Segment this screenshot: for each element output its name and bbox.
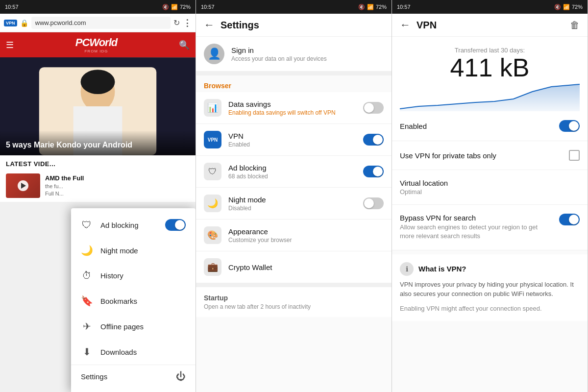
- battery-2: 72%: [376, 4, 387, 10]
- latest-video-title: LATEST VIDE...: [6, 160, 190, 168]
- vpn-virtual-location-row[interactable]: Virtual location Optimal: [392, 170, 588, 205]
- vpn-bypass-row[interactable]: Bypass VPN for search Allow search engin…: [392, 205, 588, 250]
- browser-panel: 10:57 🔇 📶 72% VPN 🔒 ↻ ⋮ ☰ PCWorld FROM I…: [0, 0, 196, 392]
- power-icon[interactable]: ⏻: [176, 371, 186, 382]
- ad-blocking-settings-item[interactable]: 🛡 Ad blocking 68 ads blocked: [196, 156, 392, 188]
- url-input[interactable]: [31, 17, 171, 29]
- status-icons-3: 🔇 📶 72%: [554, 4, 583, 10]
- night-mode-settings-item[interactable]: 🌙 Night mode Disabled: [196, 188, 392, 220]
- vpn-info-text-2: Enabling VPN might affect your connectio…: [400, 304, 580, 314]
- vpn-settings-text: VPN Enabled: [228, 132, 356, 148]
- downloads-icon: ⬇: [81, 346, 93, 358]
- menu-item-offline-pages[interactable]: ✈ Offline pages: [71, 314, 196, 339]
- appearance-subtitle: Customize your browser: [228, 237, 384, 244]
- section-divider-1: [196, 72, 392, 75]
- more-menu-button[interactable]: ⋮: [183, 18, 192, 28]
- ad-blocking-settings-subtitle: 68 ads blocked: [228, 173, 356, 180]
- vpn-chart: [400, 82, 580, 111]
- night-mode-settings-text: Night mode Disabled: [228, 196, 356, 212]
- data-savings-subtitle: Enabling data savings will switch off VP…: [228, 109, 356, 116]
- night-mode-settings-toggle[interactable]: [363, 197, 384, 209]
- ad-blocking-settings-thumb: [373, 167, 383, 176]
- settings-back-button[interactable]: ←: [204, 19, 215, 31]
- menu-item-history[interactable]: ⏱ History: [71, 263, 196, 288]
- vpn-info-title: What is VPN?: [418, 265, 466, 273]
- silent-icon-2: 🔇: [358, 4, 365, 10]
- night-mode-icon: 🌙: [81, 245, 93, 256]
- history-icon: ⏱: [81, 270, 93, 281]
- vpn-thumb: [373, 135, 383, 145]
- refresh-button[interactable]: ↻: [173, 18, 180, 27]
- sign-in-title: Sign in: [231, 46, 384, 54]
- ad-blocking-settings-toggle[interactable]: [363, 166, 384, 177]
- crypto-wallet-icon: 💼: [204, 258, 221, 276]
- video-title: AMD the Full: [45, 174, 84, 183]
- lock-icon: 🔒: [20, 19, 28, 27]
- data-savings-toggle[interactable]: [363, 102, 384, 114]
- vpn-bypass-toggle[interactable]: [559, 214, 580, 225]
- data-amount: 411 kB: [400, 54, 580, 82]
- vpn-back-button[interactable]: ←: [400, 19, 411, 31]
- menu-item-downloads[interactable]: ⬇ Downloads: [71, 339, 196, 365]
- downloads-label: Downloads: [100, 348, 186, 356]
- vpn-bypass-label: Bypass VPN for search: [400, 214, 553, 222]
- play-button[interactable]: [18, 180, 28, 191]
- vpn-toggle[interactable]: [363, 134, 384, 146]
- vpn-bypass-description: Allow search engines to detect your regi…: [400, 223, 553, 241]
- pcworld-name: PCWorld: [75, 36, 117, 49]
- silent-icon-3: 🔇: [554, 4, 561, 10]
- ad-blocking-settings-text: Ad blocking 68 ads blocked: [228, 164, 356, 180]
- transferred-label: Transferred last 30 days:: [400, 47, 580, 54]
- sign-in-item[interactable]: 👤 Sign in Access your data on all your d…: [196, 37, 392, 72]
- appearance-item[interactable]: 🎨 Appearance Customize your browser: [196, 220, 392, 251]
- data-savings-title: Data savings: [228, 100, 356, 108]
- private-tabs-checkbox[interactable]: [569, 150, 580, 161]
- data-savings-thumb: [364, 103, 374, 113]
- crypto-wallet-item[interactable]: 💼 Crypto Wallet: [196, 251, 392, 283]
- ad-blocking-icon: 🛡: [81, 220, 93, 231]
- data-savings-item[interactable]: 📊 Data savings Enabling data savings wil…: [196, 92, 392, 124]
- avatar: 👤: [204, 44, 224, 64]
- menu-item-night-mode[interactable]: 🌙 Night mode: [71, 238, 196, 263]
- video-desc-2: Full N...: [45, 190, 84, 197]
- sign-in-text: Sign in Access your data on all your dev…: [231, 46, 384, 62]
- vpn-enabled-row[interactable]: Enabled: [392, 111, 588, 141]
- battery-3: 72%: [572, 4, 583, 10]
- ad-blocking-toggle[interactable]: [165, 219, 186, 231]
- vpn-enabled-label: Enabled: [400, 122, 427, 130]
- bookmarks-icon: 🔖: [81, 295, 93, 307]
- video-subtitle: the fu...: [45, 183, 84, 190]
- time-3: 10:57: [397, 4, 411, 10]
- offline-pages-icon: ✈: [81, 320, 93, 332]
- settings-menu-label[interactable]: Settings: [81, 372, 107, 381]
- vpn-private-tabs-row[interactable]: Use VPN for private tabs only: [392, 141, 588, 170]
- battery-icon: 72%: [180, 4, 191, 10]
- menu-item-ad-blocking[interactable]: 🛡 Ad blocking: [71, 212, 196, 238]
- crypto-wallet-text: Crypto Wallet: [228, 263, 384, 271]
- vpn-item[interactable]: VPN VPN Enabled: [196, 124, 392, 156]
- status-bar-1: 10:57 🔇 📶 72%: [0, 0, 196, 14]
- vpn-bypass-thumb: [569, 215, 579, 224]
- night-mode-label: Night mode: [100, 246, 186, 255]
- article-title: 5 ways Marie Kondo your Android: [6, 140, 190, 150]
- status-bar-2: 10:57 🔇 📶 72%: [196, 0, 392, 14]
- silent-icon: 🔇: [162, 4, 169, 10]
- latest-video-section: LATEST VIDE...: [0, 155, 196, 170]
- info-icon: ℹ: [400, 262, 414, 276]
- vpn-panel: 10:57 🔇 📶 72% ← VPN 🗑 Transferred last 3…: [392, 0, 588, 392]
- video-info: AMD the Full the fu... Full N...: [45, 174, 84, 198]
- vpn-enabled-toggle[interactable]: [559, 120, 580, 132]
- time-2: 10:57: [201, 4, 215, 10]
- settings-content: 👤 Sign in Access your data on all your d…: [196, 37, 392, 392]
- menu-item-bookmarks[interactable]: 🔖 Bookmarks: [71, 288, 196, 314]
- vpn-badge[interactable]: VPN: [4, 20, 17, 26]
- vpn-chart-area: Transferred last 30 days: 411 kB: [392, 37, 588, 111]
- data-savings-text: Data savings Enabling data savings will …: [228, 100, 356, 116]
- hamburger-menu-icon[interactable]: ☰: [6, 40, 14, 50]
- search-icon[interactable]: 🔍: [179, 40, 190, 50]
- vpn-settings-subtitle: Enabled: [228, 141, 356, 148]
- ad-blocking-settings-icon: 🛡: [204, 163, 221, 180]
- video-thumbnail[interactable]: [6, 173, 40, 198]
- startup-section: Startup Open a new tab after 2 hours of …: [196, 287, 392, 317]
- trash-icon[interactable]: 🗑: [570, 20, 580, 31]
